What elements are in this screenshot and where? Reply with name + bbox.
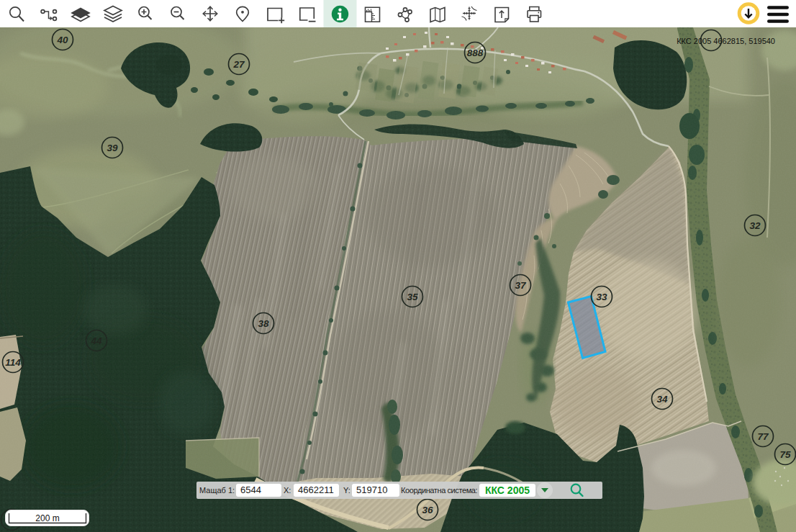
svg-text:200 m: 200 m (35, 513, 59, 523)
